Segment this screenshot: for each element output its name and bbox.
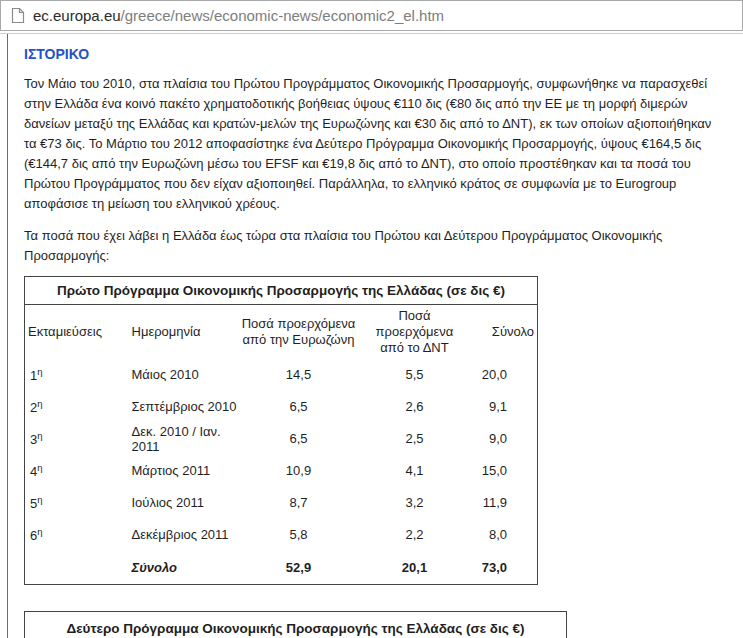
eurozone-value: 6,5 bbox=[238, 391, 360, 423]
url-domain: ec.europa.eu bbox=[33, 7, 121, 24]
col-header-date: Ημερομηνία bbox=[120, 305, 238, 359]
total-label: Σύνολο bbox=[120, 551, 238, 585]
imf-value: 2,5 bbox=[360, 423, 470, 455]
page-content-frame: ΙΣΤΟΡΙΚΟ Τον Μάιο του 2010, στα πλαίσια … bbox=[7, 34, 743, 638]
total-row: Σύνολο 52,9 20,1 73,0 bbox=[25, 551, 538, 585]
second-program-table: Δεύτερο Πρόγραμμα Οικονομικής Προσαρμογή… bbox=[24, 611, 567, 638]
eurozone-total-value: 52,9 bbox=[238, 551, 360, 585]
date-cell: Σεπτέμβριος 2010 bbox=[120, 391, 238, 423]
ordinal-cell: 2η bbox=[25, 391, 120, 423]
date-cell: Μάρτιος 2011 bbox=[120, 455, 238, 487]
col-header-eurozone-amounts: Ποσά προερχόμενα από την Ευρωζώνη bbox=[238, 305, 360, 359]
date-cell: Δεκέμβριος 2011 bbox=[120, 519, 238, 551]
eurozone-value: 14,5 bbox=[238, 359, 360, 391]
col-header-disbursements: Εκταμιεύσεις bbox=[25, 305, 120, 359]
eurozone-value: 10,9 bbox=[238, 455, 360, 487]
imf-value: 2,2 bbox=[360, 519, 470, 551]
url-path: /greece/news/economic-news/economic2_el.… bbox=[121, 7, 445, 24]
table-row: 6η Δεκέμβριος 2011 5,8 2,2 8,0 bbox=[25, 519, 538, 551]
eurozone-value: 6,5 bbox=[238, 423, 360, 455]
total-value: 9,1 bbox=[470, 391, 538, 423]
col-header-total: Σύνολο bbox=[470, 305, 538, 359]
date-cell: Δεκ. 2010 / Ιαν. 2011 bbox=[120, 423, 238, 455]
imf-value: 3,2 bbox=[360, 487, 470, 519]
page-title: ΙΣΤΟΡΙΚΟ bbox=[24, 46, 743, 62]
table-row: 5η Ιούλιος 2011 8,7 3,2 11,9 bbox=[25, 487, 538, 519]
total-value: 9,0 bbox=[470, 423, 538, 455]
ordinal-cell-empty bbox=[25, 551, 120, 585]
ordinal-cell: 3η bbox=[25, 423, 120, 455]
table-row: 4η Μάρτιος 2011 10,9 4,1 15,0 bbox=[25, 455, 538, 487]
paragraph-amounts: Τα ποσά που έχει λάβει η Ελλάδα έως τώρα… bbox=[24, 226, 724, 266]
page-document-icon bbox=[10, 7, 25, 24]
imf-value: 2,6 bbox=[360, 391, 470, 423]
total-value: 11,9 bbox=[470, 487, 538, 519]
total-value: 20,0 bbox=[470, 359, 538, 391]
eurozone-value: 8,7 bbox=[238, 487, 360, 519]
total-value: 15,0 bbox=[470, 455, 538, 487]
first-program-table-title: Πρώτο Πρόγραμμα Οικονομικής Προσαρμογής … bbox=[25, 277, 538, 305]
total-value: 8,0 bbox=[470, 519, 538, 551]
imf-total-value: 20,1 bbox=[360, 551, 470, 585]
url-text[interactable]: ec.europa.eu/greece/news/economic-news/e… bbox=[33, 7, 444, 24]
table-row: 2η Σεπτέμβριος 2010 6,5 2,6 9,1 bbox=[25, 391, 538, 423]
second-program-table-title: Δεύτερο Πρόγραμμα Οικονομικής Προσαρμογή… bbox=[25, 612, 566, 638]
first-program-table: Πρώτο Πρόγραμμα Οικονομικής Προσαρμογής … bbox=[24, 276, 538, 585]
table-row: 3η Δεκ. 2010 / Ιαν. 2011 6,5 2,5 9,0 bbox=[25, 423, 538, 455]
ordinal-cell: 6η bbox=[25, 519, 120, 551]
imf-value: 5,5 bbox=[360, 359, 470, 391]
address-bar[interactable]: ec.europa.eu/greece/news/economic-news/e… bbox=[0, 0, 743, 31]
date-cell: Μάιος 2010 bbox=[120, 359, 238, 391]
date-cell: Ιούλιος 2011 bbox=[120, 487, 238, 519]
col-header-imf-amounts: Ποσά προερχόμενα από το ΔΝΤ bbox=[360, 305, 470, 359]
table-row: 1η Μάιος 2010 14,5 5,5 20,0 bbox=[25, 359, 538, 391]
grand-total-value: 73,0 bbox=[470, 551, 538, 585]
eurozone-value: 5,8 bbox=[238, 519, 360, 551]
ordinal-cell: 4η bbox=[25, 455, 120, 487]
ordinal-cell: 5η bbox=[25, 487, 120, 519]
ordinal-cell: 1η bbox=[25, 359, 120, 391]
imf-value: 4,1 bbox=[360, 455, 470, 487]
paragraph-history: Τον Μάιο του 2010, στα πλαίσια του Πρώτο… bbox=[24, 74, 724, 214]
